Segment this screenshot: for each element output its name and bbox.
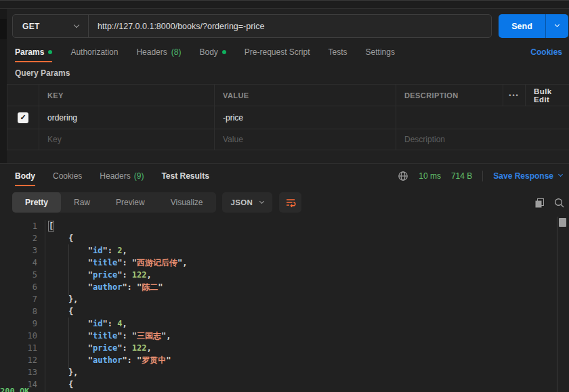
new-value-field[interactable]: Value xyxy=(214,129,396,150)
tab-label: Headers xyxy=(136,47,167,57)
code-line: 11 "price": 122, xyxy=(0,342,569,354)
sidebar-edge-block xyxy=(0,19,7,39)
request-url-bar: GET xyxy=(12,14,492,38)
method-selector[interactable]: GET xyxy=(13,15,89,37)
table-placeholder-row: Key Value Description xyxy=(7,129,569,150)
response-view-bar: Pretty Raw Preview Visualize JSON xyxy=(12,192,564,213)
code-line: 13 }, xyxy=(0,366,569,378)
response-tab-cookies[interactable]: Cookies xyxy=(53,165,82,186)
code-line: 9 "id": 4, xyxy=(0,318,569,330)
format-selector[interactable]: JSON xyxy=(222,192,273,213)
green-dot-icon xyxy=(48,50,52,54)
save-response-label: Save Response xyxy=(493,171,553,181)
format-label: JSON xyxy=(231,198,253,206)
tab-label: Headers xyxy=(100,171,130,181)
tab-headers[interactable]: Headers (8) xyxy=(136,42,181,62)
param-description-field[interactable] xyxy=(396,106,569,129)
header-checkbox-cell xyxy=(7,85,39,106)
header-description: DESCRIPTION xyxy=(396,85,503,106)
response-tab-body[interactable]: Body xyxy=(15,165,35,186)
headers-count-badge: (8) xyxy=(171,47,182,57)
tab-authorization[interactable]: Authorization xyxy=(70,42,118,62)
code-line: 6 "author": "陈二" xyxy=(0,281,569,293)
code-line: 2 { xyxy=(0,232,569,244)
scrollbar-thumb[interactable] xyxy=(559,218,566,227)
send-button[interactable]: Send xyxy=(499,14,545,38)
new-description-field[interactable]: Description xyxy=(396,129,569,150)
row-checkbox[interactable]: ✓ xyxy=(18,112,28,123)
save-response-button[interactable]: Save Response xyxy=(493,171,562,181)
response-tab-test-results[interactable]: Test Results xyxy=(161,165,209,186)
code-line: 12 "author": "罗贯中" xyxy=(0,354,569,366)
tab-label: Body xyxy=(199,47,217,57)
checkmark-icon: ✓ xyxy=(20,113,26,122)
wrap-lines-button[interactable] xyxy=(279,192,301,213)
divider xyxy=(482,171,483,181)
send-options-button[interactable] xyxy=(545,14,568,38)
copy-icon[interactable] xyxy=(534,198,545,208)
tab-label: Pre-request Script xyxy=(245,47,310,57)
request-tabs: Params Authorization Headers (8) Body Pr… xyxy=(0,42,569,62)
app-window: GET Send Params Authorization Headers (8… xyxy=(0,0,569,392)
url-input[interactable] xyxy=(89,15,491,37)
row-checkbox-cell xyxy=(7,129,39,150)
new-key-field[interactable]: Key xyxy=(39,129,214,150)
code-line: 14 { xyxy=(0,378,569,391)
scrollbar-track xyxy=(557,217,557,392)
send-label: Send xyxy=(511,22,532,31)
cookies-label: Cookies xyxy=(530,47,562,57)
view-tab-visualize[interactable]: Visualize xyxy=(158,192,216,213)
section-divider xyxy=(0,163,569,164)
header-value: VALUE xyxy=(214,85,396,106)
view-tab-pretty[interactable]: Pretty xyxy=(12,192,61,213)
more-options-icon[interactable]: ••• xyxy=(503,85,525,106)
indent-guide xyxy=(68,318,69,369)
response-body-code: 1[2 {3 "id": 2,4 "title": "西游记后传",5 "pri… xyxy=(0,217,569,392)
query-params-title: Query Params xyxy=(15,68,70,78)
code-line: 7 }, xyxy=(0,293,569,305)
send-split-button: Send xyxy=(499,14,568,38)
method-label: GET xyxy=(22,22,40,31)
code-line: 8 { xyxy=(0,305,569,318)
tab-label: Settings xyxy=(366,47,395,57)
row-checkbox-cell: ✓ xyxy=(7,106,39,129)
response-actions xyxy=(534,198,564,208)
table-header-row: KEY VALUE DESCRIPTION ••• Bulk Edit xyxy=(7,84,569,106)
chevron-down-icon xyxy=(555,22,560,27)
table-row: ✓ ordering -price xyxy=(7,106,569,129)
tab-label: Tests xyxy=(329,47,347,57)
chevron-down-icon xyxy=(259,198,264,203)
tab-label: Cookies xyxy=(53,171,82,181)
response-status-group: 200 OK 10 ms 714 B Save Response xyxy=(398,171,562,181)
response-toolbar: Body Cookies Headers (9) Test Results 20… xyxy=(0,165,569,186)
tab-settings[interactable]: Settings xyxy=(366,42,395,62)
code-line: 5 "price": 122, xyxy=(0,269,569,281)
tab-pre-request-script[interactable]: Pre-request Script xyxy=(245,42,310,62)
cookies-link[interactable]: Cookies xyxy=(530,42,562,62)
tab-params[interactable]: Params xyxy=(15,42,52,62)
search-icon[interactable] xyxy=(554,198,564,208)
tab-label: Body xyxy=(15,171,35,181)
view-tab-preview[interactable]: Preview xyxy=(103,192,158,213)
tab-label: Authorization xyxy=(70,47,118,57)
param-value-field[interactable]: -price xyxy=(214,106,396,129)
code-lines: 1[2 {3 "id": 2,4 "title": "西游记后传",5 "pri… xyxy=(0,220,569,391)
view-mode-switch: Pretty Raw Preview Visualize xyxy=(12,192,216,213)
code-line: 3 "id": 2, xyxy=(0,244,569,257)
code-line: 4 "title": "西游记后传", xyxy=(0,257,569,269)
globe-icon[interactable] xyxy=(398,171,408,181)
wrap-lines-icon xyxy=(285,197,296,208)
green-dot-icon xyxy=(222,50,226,54)
bulk-edit-button[interactable]: Bulk Edit xyxy=(525,85,569,106)
chevron-down-icon xyxy=(558,172,563,177)
tab-body[interactable]: Body xyxy=(199,42,226,62)
tab-tests[interactable]: Tests xyxy=(329,42,347,62)
param-key-field[interactable]: ordering xyxy=(39,106,214,129)
view-tab-raw[interactable]: Raw xyxy=(61,192,103,213)
indent-guide xyxy=(68,244,69,296)
headers-count-badge: (9) xyxy=(134,171,144,181)
response-time: 10 ms xyxy=(419,171,441,181)
code-line: 10 "title": "三国志", xyxy=(0,330,569,342)
header-key: KEY xyxy=(39,85,214,106)
response-tab-headers[interactable]: Headers (9) xyxy=(100,165,144,186)
